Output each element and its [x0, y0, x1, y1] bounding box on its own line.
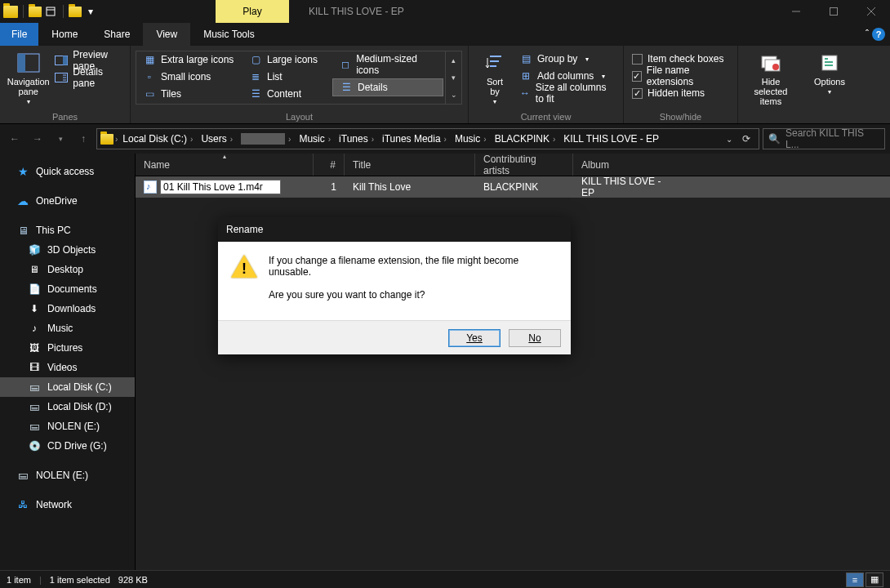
- column-track-number[interactable]: #: [314, 154, 345, 176]
- navigation-bar: ← → ▾ ↑ › Local Disk (C:)› Users› › Musi…: [0, 124, 890, 154]
- title-bar: ▾ Play KILL THIS LOVE - EP: [0, 0, 890, 23]
- window-title: KILL THIS LOVE - EP: [289, 0, 404, 23]
- sort-by-button[interactable]: Sort by ▾: [474, 47, 516, 109]
- column-headers: Name # Title Contributing artists Album: [136, 154, 890, 176]
- sidebar-documents[interactable]: 📄Documents: [0, 279, 135, 299]
- crumb-music[interactable]: Music›: [296, 133, 334, 145]
- sidebar-nolen-root[interactable]: 🖴NOLEN (E:): [0, 466, 135, 485]
- crumb-local-disk-c[interactable]: Local Disk (C:)›: [119, 133, 196, 145]
- sidebar-pictures[interactable]: 🖼Pictures: [0, 338, 135, 358]
- maximize-button[interactable]: [815, 0, 852, 23]
- qat-open-icon[interactable]: [69, 7, 82, 17]
- dialog-message-2: Are you sure you want to change it?: [269, 289, 558, 301]
- hidden-items-toggle[interactable]: Hidden items: [629, 85, 732, 101]
- tab-home[interactable]: Home: [38, 23, 91, 46]
- sidebar-local-disk-c[interactable]: 🖴Local Disk (C:): [0, 377, 135, 397]
- address-bar[interactable]: › Local Disk (C:)› Users› › Music› iTune…: [96, 128, 759, 149]
- tab-file[interactable]: File: [0, 23, 38, 46]
- sidebar-local-disk-d[interactable]: 🖴Local Disk (D:): [0, 397, 135, 416]
- group-label-layout: Layout: [131, 112, 468, 122]
- status-selected-count: 1 item selected: [50, 575, 110, 585]
- qat-dropdown-icon[interactable]: ▾: [83, 4, 98, 19]
- dialog-title: Rename: [218, 217, 571, 242]
- group-by-button[interactable]: ▤Group by▾: [516, 51, 618, 67]
- hide-selected-button[interactable]: Hide selected items: [743, 47, 799, 109]
- crumb-itunes-media[interactable]: iTunes Media›: [379, 133, 450, 145]
- status-bar: 1 item | 1 item selected 928 KB ≡ ▦: [0, 570, 890, 588]
- sidebar-quick-access[interactable]: ★Quick access: [0, 162, 135, 181]
- search-placeholder: Search KILL THIS L...: [785, 127, 879, 150]
- layout-list[interactable]: ≣List: [243, 69, 332, 85]
- sidebar-onedrive[interactable]: ☁OneDrive: [0, 191, 135, 211]
- warning-icon: !: [231, 255, 257, 281]
- layout-details[interactable]: ☰Details: [332, 78, 443, 96]
- crumb-itunes[interactable]: iTunes›: [336, 133, 377, 145]
- minimize-button[interactable]: [777, 0, 815, 23]
- group-label-current-view: Current view: [469, 112, 623, 122]
- up-button[interactable]: ↑: [73, 129, 93, 149]
- layout-content[interactable]: ☰Content: [243, 86, 332, 102]
- layout-medium[interactable]: ◻Medium-sized icons: [332, 51, 445, 78]
- sidebar-downloads[interactable]: ⬇Downloads: [0, 299, 135, 318]
- layout-extra-large[interactable]: ▦Extra large icons: [136, 51, 243, 68]
- column-title[interactable]: Title: [345, 154, 475, 176]
- sidebar-nolen-e[interactable]: 🖴NOLEN (E:): [0, 416, 135, 436]
- crumb-kill-this-love[interactable]: KILL THIS LOVE - EP: [560, 133, 662, 145]
- svg-point-19: [772, 64, 779, 70]
- address-dropdown-icon[interactable]: ⌄: [726, 135, 732, 144]
- refresh-icon[interactable]: ⟳: [742, 133, 750, 145]
- sidebar-music[interactable]: ♪Music: [0, 318, 135, 338]
- sidebar-3d-objects[interactable]: 🧊3D Objects: [0, 240, 135, 260]
- options-button[interactable]: Options ▾: [808, 47, 851, 99]
- quick-access-toolbar: ▾: [0, 0, 101, 23]
- close-button[interactable]: [852, 0, 890, 23]
- help-icon[interactable]: ?: [872, 28, 885, 41]
- qat-new-folder-icon[interactable]: [29, 7, 42, 17]
- sidebar-videos[interactable]: 🎞Videos: [0, 358, 135, 377]
- crumb-music2[interactable]: Music›: [452, 133, 490, 145]
- column-name[interactable]: Name: [136, 154, 314, 176]
- column-album[interactable]: Album: [573, 154, 681, 176]
- thumbnails-view-button[interactable]: ▦: [866, 572, 883, 587]
- tab-view[interactable]: View: [143, 23, 190, 46]
- size-columns-button[interactable]: ↔Size all columns to fit: [516, 85, 618, 101]
- dialog-no-button[interactable]: No: [509, 329, 561, 347]
- file-row[interactable]: 1 Kill This Love BLACKPINK KILL THIS LOV…: [136, 176, 890, 198]
- layout-tiles[interactable]: ▭Tiles: [136, 86, 243, 102]
- rename-input[interactable]: [160, 180, 281, 194]
- dialog-yes-button[interactable]: Yes: [448, 329, 501, 347]
- dialog-message-1: If you change a filename extension, the …: [269, 255, 558, 278]
- rename-dialog: Rename ! If you change a filename extens…: [218, 217, 571, 354]
- group-label-panes: Panes: [0, 112, 130, 122]
- navigation-pane-button[interactable]: Navigation pane ▾: [5, 47, 51, 109]
- file-extensions-toggle[interactable]: File name extensions: [629, 68, 732, 84]
- layout-small[interactable]: ▫Small icons: [136, 69, 243, 85]
- tab-music-tools[interactable]: Music Tools: [190, 23, 267, 46]
- contextual-play-tab[interactable]: Play: [216, 0, 289, 23]
- layout-gallery-scroll[interactable]: ▴▾⌄: [445, 51, 461, 104]
- back-button[interactable]: ←: [5, 129, 24, 149]
- file-list: Name # Title Contributing artists Album …: [136, 154, 890, 570]
- ribbon-tabs: File Home Share View Music Tools ˆ ?: [0, 23, 890, 46]
- tab-share[interactable]: Share: [91, 23, 143, 46]
- sidebar-network[interactable]: 🖧Network: [0, 495, 135, 514]
- recent-dropdown[interactable]: ▾: [51, 129, 70, 149]
- details-view-button[interactable]: ≡: [846, 572, 864, 587]
- app-icon: [3, 6, 18, 18]
- crumb-redacted-user[interactable]: ›: [238, 133, 294, 145]
- collapse-ribbon-icon[interactable]: ˆ: [866, 29, 869, 40]
- details-pane-button[interactable]: Details pane: [51, 69, 125, 86]
- sidebar-cd-drive[interactable]: 💿CD Drive (G:): [0, 436, 135, 456]
- crumb-blackpink[interactable]: BLACKPINK›: [492, 133, 559, 145]
- sidebar-this-pc[interactable]: 🖥This PC: [0, 220, 135, 240]
- crumb-users[interactable]: Users›: [198, 133, 236, 145]
- svg-rect-0: [47, 7, 55, 16]
- group-label-show-hide: Show/hide: [624, 112, 737, 122]
- search-box[interactable]: 🔍 Search KILL THIS L...: [763, 128, 885, 149]
- column-artists[interactable]: Contributing artists: [475, 154, 573, 176]
- forward-button[interactable]: →: [28, 129, 47, 149]
- qat-properties-icon[interactable]: [43, 4, 58, 19]
- sidebar-desktop[interactable]: 🖥Desktop: [0, 260, 135, 279]
- address-folder-icon: [100, 134, 113, 145]
- layout-large[interactable]: ▢Large icons: [243, 51, 332, 68]
